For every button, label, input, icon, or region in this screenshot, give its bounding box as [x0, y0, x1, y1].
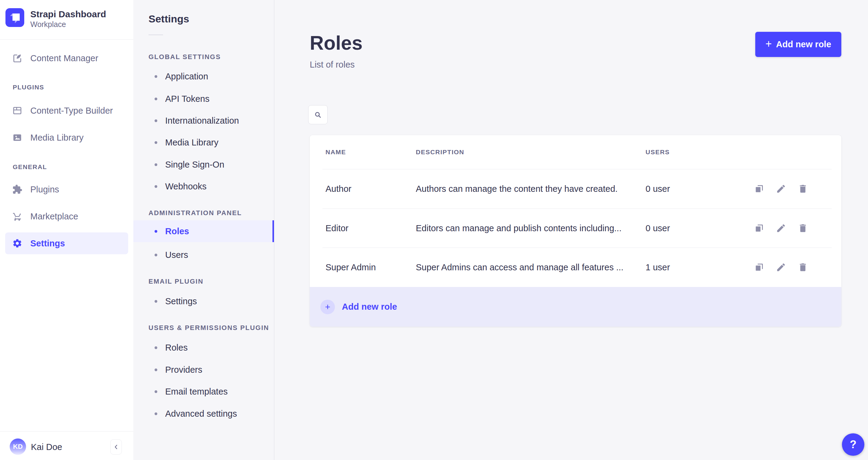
- sidebar-item-label: Content-Type Builder: [30, 106, 113, 116]
- avatar[interactable]: KD: [10, 438, 26, 455]
- table-row-editor[interactable]: Editor Editors can manage and publish co…: [310, 209, 841, 248]
- avatar-initials: KD: [13, 443, 23, 451]
- delete-icon[interactable]: [797, 223, 808, 234]
- subnav-item-label: Single Sign-On: [165, 160, 224, 170]
- subnav-item-label: Settings: [165, 296, 197, 306]
- sidebar-item-label: Content Manager: [30, 53, 98, 63]
- subnav-item-label: Application: [165, 71, 208, 82]
- sidebar-item-plugins[interactable]: Plugins: [0, 179, 133, 200]
- workspace-label: Workplace: [30, 20, 66, 29]
- footer-add-label: Add new role: [342, 302, 397, 312]
- strapi-logo-icon: [5, 8, 24, 27]
- page-title: Roles: [310, 32, 363, 54]
- role-description: Authors can manage the content they have…: [416, 184, 618, 194]
- sidebar-divider: [0, 39, 133, 40]
- subnav-item-media-library[interactable]: Media Library: [133, 131, 274, 153]
- role-description: Editors can manage and publish contents …: [416, 223, 622, 233]
- role-name: Author: [326, 184, 351, 194]
- table-footer-add-new-role[interactable]: + Add new role: [310, 287, 841, 327]
- subnav-item-internationalization[interactable]: Internationalization: [133, 110, 274, 131]
- subnav-title: Settings: [149, 13, 189, 25]
- subnav-item-email-templates[interactable]: Email templates: [133, 380, 274, 402]
- subnav-title-divider: [149, 35, 163, 35]
- subnav-item-roles-active[interactable]: Roles: [133, 220, 274, 242]
- bullet-dot: [155, 185, 157, 188]
- edit-icon[interactable]: [776, 223, 786, 234]
- subnav-item-up-roles[interactable]: Roles: [133, 337, 274, 359]
- search-button[interactable]: [308, 105, 328, 124]
- strapi-logo[interactable]: [5, 8, 24, 27]
- app-root: Strapi Dashboard Workplace Content Manag…: [0, 0, 868, 460]
- duplicate-icon[interactable]: [754, 262, 765, 273]
- delete-icon[interactable]: [797, 262, 808, 273]
- sidebar-item-label: Settings: [30, 239, 65, 248]
- main-sidebar: Strapi Dashboard Workplace Content Manag…: [0, 0, 134, 460]
- edit-icon[interactable]: [776, 183, 786, 194]
- subnav-item-label: Roles: [165, 343, 188, 353]
- bullet-dot: [155, 141, 157, 144]
- sidebar-item-label: Marketplace: [30, 212, 78, 221]
- subnav-item-label: Media Library: [165, 137, 218, 148]
- delete-icon[interactable]: [797, 183, 808, 194]
- subnav-item-label: Providers: [165, 365, 203, 375]
- bullet-dot: [155, 254, 157, 256]
- subnav-item-label: API Tokens: [165, 94, 210, 104]
- settings-subnav: Settings GLOBAL SETTINGS Application API…: [133, 0, 274, 460]
- table-row-author[interactable]: Author Authors can manage the content th…: [310, 169, 841, 209]
- column-header-users: USERS: [646, 135, 670, 169]
- column-header-description: DESCRIPTION: [416, 135, 464, 169]
- duplicate-icon[interactable]: [754, 223, 765, 234]
- subnav-section-global-settings: GLOBAL SETTINGS: [149, 53, 221, 61]
- content-type-builder-icon: [12, 105, 23, 116]
- marketplace-cart-icon: [12, 211, 23, 221]
- help-button[interactable]: ?: [842, 433, 864, 456]
- subnav-item-label: Roles: [165, 226, 189, 236]
- role-users-count: 1 user: [646, 263, 670, 272]
- role-description: Super Admins can access and manage all f…: [416, 263, 623, 272]
- app-title: Strapi Dashboard: [30, 9, 106, 19]
- chevron-left-icon: [113, 443, 120, 451]
- collapse-sidebar-button[interactable]: [110, 439, 122, 455]
- sidebar-item-content-type-builder[interactable]: Content-Type Builder: [0, 100, 133, 122]
- sidebar-item-settings[interactable]: Settings: [5, 233, 128, 254]
- sidebar-item-content-manager[interactable]: Content Manager: [0, 47, 133, 69]
- plus-circle-icon: +: [320, 300, 335, 314]
- add-new-role-button[interactable]: + Add new role: [755, 32, 841, 57]
- bullet-dot: [155, 163, 157, 166]
- edit-icon[interactable]: [776, 262, 786, 273]
- bullet-dot: [155, 98, 157, 100]
- sidebar-item-label: Media Library: [30, 133, 84, 143]
- table-row-super-admin[interactable]: Super Admin Super Admins can access and …: [310, 248, 841, 287]
- bullet-dot: [155, 119, 157, 122]
- subnav-item-label: Webhooks: [165, 182, 207, 191]
- content-manager-icon: [12, 53, 23, 63]
- help-question-icon: ?: [850, 438, 857, 451]
- page-subtitle: List of roles: [310, 59, 354, 70]
- subnav-section-administration-panel: ADMINISTRATION PANEL: [149, 209, 242, 217]
- subnav-item-providers[interactable]: Providers: [133, 359, 274, 380]
- subnav-item-webhooks[interactable]: Webhooks: [133, 176, 274, 197]
- plus-icon: +: [765, 38, 772, 50]
- bullet-dot: [155, 368, 157, 371]
- role-name: Super Admin: [326, 263, 376, 272]
- subnav-item-users[interactable]: Users: [133, 244, 274, 266]
- subnav-item-api-tokens[interactable]: API Tokens: [133, 88, 274, 110]
- subnav-section-email-plugin: EMAIL PLUGIN: [149, 278, 204, 285]
- subnav-item-single-sign-on[interactable]: Single Sign-On: [133, 154, 274, 176]
- sidebar-section-general: GENERAL: [13, 163, 47, 171]
- sidebar-item-marketplace[interactable]: Marketplace: [0, 206, 133, 227]
- subnav-item-application[interactable]: Application: [133, 65, 274, 87]
- subnav-item-label: Users: [165, 250, 188, 260]
- active-indicator-bar: [273, 220, 274, 242]
- plus-icon: +: [325, 302, 330, 311]
- sidebar-item-media-library[interactable]: Media Library: [0, 127, 133, 149]
- subnav-item-label: Internationalization: [165, 116, 239, 126]
- subnav-item-email-settings[interactable]: Settings: [133, 290, 274, 312]
- bullet-dot: [155, 346, 157, 349]
- user-name: Kai Doe: [31, 442, 62, 452]
- bullet-dot: [155, 230, 157, 233]
- search-icon: [314, 111, 322, 119]
- subnav-item-advanced-settings[interactable]: Advanced settings: [133, 403, 274, 425]
- duplicate-icon[interactable]: [754, 183, 765, 194]
- plugins-puzzle-icon: [12, 184, 23, 194]
